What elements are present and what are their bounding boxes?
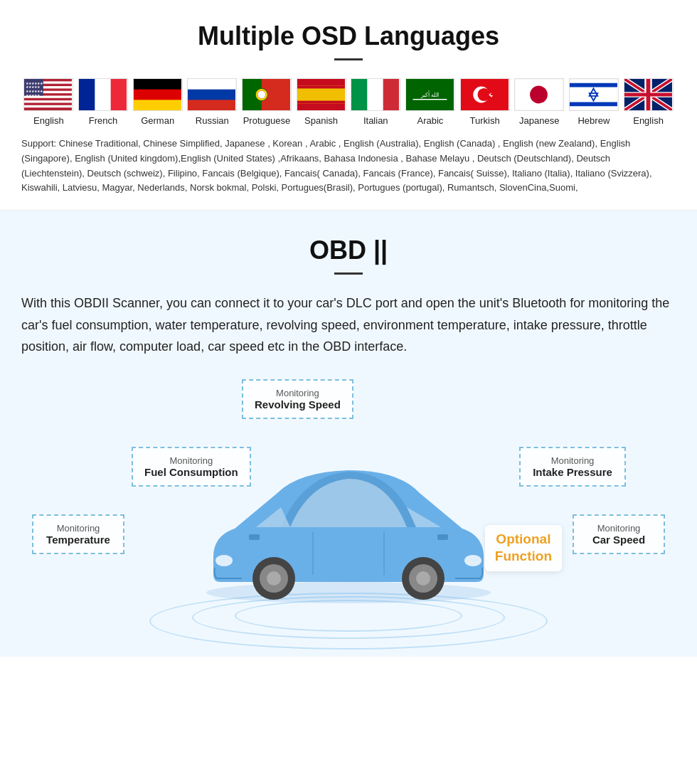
flag-jp	[514, 78, 564, 111]
monitor-carspeed-name: Car Speed	[585, 534, 652, 546]
flag-it	[351, 78, 400, 111]
svg-rect-42	[570, 83, 617, 88]
monitor-revolving-name: Revolving Speed	[255, 398, 341, 410]
monitor-temperature-label: Monitoring	[45, 523, 112, 534]
flag-item-english-us: ★★★★★★ ★★★★★ ★★★★★★ ★★★★★ English	[23, 78, 73, 126]
flag-label-french: French	[89, 115, 117, 126]
flag-de-svg	[134, 79, 181, 110]
flag-us-svg: ★★★★★★ ★★★★★ ★★★★★★ ★★★★★	[24, 79, 72, 110]
monitor-revolving-label: Monitoring	[255, 388, 341, 398]
flag-item-english-uk: English	[624, 78, 674, 126]
flag-label-german: German	[141, 115, 174, 126]
svg-rect-27	[297, 86, 345, 89]
flag-ru-svg	[188, 79, 235, 110]
title-divider	[334, 58, 363, 60]
monitor-carspeed: Monitoring Car Speed	[573, 514, 665, 554]
obd-divider	[334, 272, 363, 275]
flag-item-french: French	[78, 78, 128, 126]
monitor-intake-label: Monitoring	[532, 455, 613, 466]
flag-label-russian: Russian	[196, 115, 229, 126]
obd-title: OBD ||	[21, 235, 676, 265]
flag-it-svg	[351, 79, 399, 110]
flags-row: ★★★★★★ ★★★★★ ★★★★★★ ★★★★★ English French	[21, 78, 676, 126]
monitor-carspeed-label: Monitoring	[585, 523, 652, 534]
flag-label-portuguese: Protuguese	[243, 115, 291, 126]
flag-item-russian: Russian	[187, 78, 237, 126]
flag-item-german: German	[133, 78, 183, 126]
svg-point-55	[206, 582, 491, 603]
flag-label-turkish: Turkish	[470, 115, 500, 126]
flag-label-english-uk: English	[633, 115, 664, 126]
obd-section: OBD || With this OBDII Scanner, you can …	[0, 211, 697, 657]
flag-pt-svg	[243, 79, 290, 110]
svg-point-40	[530, 86, 548, 104]
svg-rect-20	[188, 79, 235, 90]
flag-gb-svg	[624, 79, 672, 110]
monitor-intake: Monitoring Intake Pressure	[519, 447, 626, 487]
svg-rect-67	[437, 534, 448, 540]
svg-text:الله أكبر: الله أكبر	[420, 90, 439, 98]
svg-text:★★★★★★: ★★★★★★	[26, 82, 43, 85]
monitor-revolving: Monitoring Revolving Speed	[242, 379, 353, 419]
flag-item-japanese: Japanese	[514, 78, 564, 126]
svg-rect-31	[351, 79, 367, 110]
svg-rect-5	[24, 100, 72, 102]
svg-point-58	[267, 571, 281, 586]
svg-text:★★★★★: ★★★★★	[26, 85, 41, 89]
flag-item-hebrew: Hebrew	[569, 78, 619, 126]
flag-fr	[78, 78, 128, 111]
optional-function-bubble: Optional Function	[485, 525, 562, 571]
flag-item-arabic: الله أكبر Arabic	[405, 78, 455, 126]
flag-label-italian: Italian	[363, 115, 388, 126]
flag-ar: الله أكبر	[405, 78, 455, 111]
flag-item-portuguese: Protuguese	[242, 78, 292, 126]
svg-rect-28	[297, 101, 345, 104]
svg-text:★★★★★★: ★★★★★★	[26, 90, 43, 93]
flag-es-svg	[297, 79, 345, 110]
flag-il	[569, 78, 619, 111]
car-image	[171, 422, 526, 607]
svg-text:★★★★★: ★★★★★	[26, 94, 41, 97]
svg-point-37	[477, 88, 490, 101]
car-svg	[171, 422, 526, 607]
svg-point-62	[216, 555, 233, 566]
svg-rect-6	[24, 105, 72, 107]
svg-rect-43	[570, 102, 617, 107]
flag-item-spanish: Spanish	[297, 78, 346, 126]
obd-diagram: Monitoring Revolving Speed Monitoring Fu…	[21, 372, 676, 642]
flag-gb	[624, 78, 674, 111]
monitor-temperature-name: Temperature	[45, 534, 112, 546]
monitor-temperature: Monitoring Temperature	[32, 514, 124, 554]
flag-il-svg	[570, 79, 617, 110]
flag-label-spanish: Spanish	[304, 115, 338, 126]
svg-rect-17	[134, 79, 181, 90]
flag-label-japanese: Japanese	[519, 115, 559, 126]
obd-description: With this OBDII Scanner, you can connect…	[21, 292, 676, 358]
flag-ar-svg: الله أكبر	[406, 79, 454, 110]
flag-ru	[187, 78, 237, 111]
flag-us: ★★★★★★ ★★★★★ ★★★★★★ ★★★★★	[23, 78, 73, 111]
flag-label-english-us: English	[33, 115, 64, 126]
svg-rect-14	[79, 79, 95, 110]
flag-fr-svg	[79, 79, 127, 110]
flag-pt	[242, 78, 292, 111]
optional-function-text: Optional Function	[495, 531, 552, 566]
flag-label-arabic: Arabic	[417, 115, 443, 126]
svg-point-61	[416, 571, 430, 586]
languages-section: Multiple OSD Languages ★★★★★★ ★★★★★ ★★★★…	[0, 0, 697, 211]
flag-es	[297, 78, 346, 111]
svg-point-24	[257, 90, 265, 98]
languages-title: Multiple OSD Languages	[21, 21, 676, 51]
flag-item-italian: Italian	[351, 78, 400, 126]
flag-label-hebrew: Hebrew	[578, 115, 610, 126]
flag-item-turkish: Turkish	[460, 78, 510, 126]
monitor-intake-name: Intake Pressure	[532, 466, 613, 478]
svg-rect-66	[249, 534, 260, 540]
flag-jp-svg	[515, 79, 563, 110]
svg-point-63	[464, 555, 481, 566]
flag-tr	[460, 78, 510, 111]
flag-de	[133, 78, 183, 111]
flag-tr-svg	[461, 79, 509, 110]
support-text: Support: Chinese Traditional, Chinese Si…	[21, 137, 676, 196]
